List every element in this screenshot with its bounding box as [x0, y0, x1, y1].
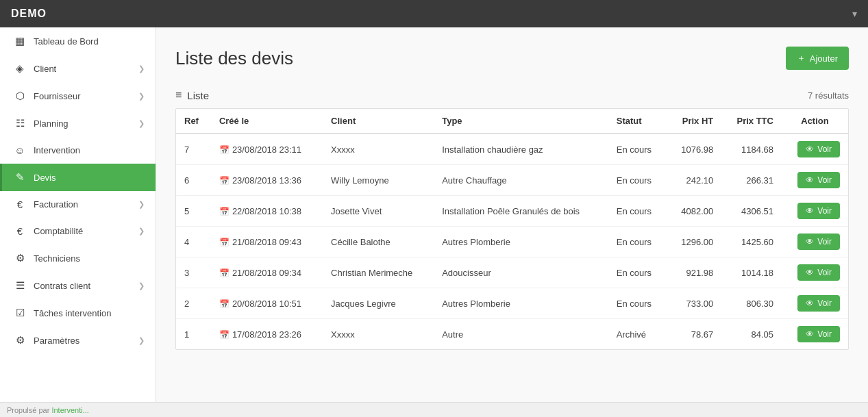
eye-icon: 👁	[806, 206, 814, 216]
table-row: 7📅23/08/2018 23:11XxxxxInstallation chau…	[176, 134, 848, 165]
sidebar-item-planning[interactable]: ☷Planning❯	[0, 110, 156, 137]
sidebar-item-tableau-de-bord[interactable]: ▦Tableau de Bord	[0, 27, 156, 55]
cell-client-0: Xxxxx	[323, 134, 434, 165]
cell-client-2: Josette Vivet	[323, 196, 434, 227]
cell-ref-3: 4	[176, 227, 211, 257]
cell-statut-4: En cours	[608, 257, 667, 288]
col-client: Client	[323, 109, 434, 134]
devis-table-container: Ref Créé le Client Type Statut Prix HT P…	[175, 108, 849, 350]
topbar: DEMO ▾	[0, 0, 868, 27]
cell-type-4: Adoucisseur	[434, 257, 608, 288]
cell-action-3: 👁 Voir	[782, 227, 848, 257]
voir-button-5[interactable]: 👁 Voir	[797, 295, 840, 312]
eye-icon: 👁	[806, 237, 814, 247]
planning-chevron-icon: ❯	[138, 119, 145, 128]
sidebar-label-parametres: Paramètres	[34, 336, 79, 346]
voir-button-3[interactable]: 👁 Voir	[797, 233, 840, 250]
cell-client-4: Christian Merimeche	[323, 257, 434, 288]
cell-statut-1: En cours	[608, 165, 667, 196]
cell-statut-3: En cours	[608, 227, 667, 257]
cell-client-3: Cécille Balothe	[323, 227, 434, 257]
eye-icon: 👁	[806, 299, 814, 308]
cell-ref-1: 6	[176, 165, 211, 196]
sidebar-item-comptabilite[interactable]: €Comptabilité❯	[0, 218, 156, 244]
cell-date-1: 📅23/08/2018 13:36	[211, 165, 323, 196]
devis-table: Ref Créé le Client Type Statut Prix HT P…	[176, 109, 848, 349]
table-body: 7📅23/08/2018 23:11XxxxxInstallation chau…	[176, 134, 848, 349]
table-header: Ref Créé le Client Type Statut Prix HT P…	[176, 109, 848, 134]
cell-date-6: 📅17/08/2018 23:26	[211, 319, 323, 350]
col-statut: Statut	[608, 109, 667, 134]
cell-prix-ttc-5: 806.30	[721, 288, 782, 319]
sidebar-item-intervention[interactable]: ☺Intervention	[0, 137, 156, 164]
page-header: Liste des devis ＋ Ajouter	[175, 47, 849, 70]
cell-date-3: 📅21/08/2018 09:43	[211, 227, 323, 257]
cell-statut-6: Archivé	[608, 319, 667, 350]
footer-link[interactable]: Interventi...	[51, 406, 88, 414]
voir-button-2[interactable]: 👁 Voir	[797, 203, 840, 219]
sidebar-item-contrats-client[interactable]: ☰Contrats client❯	[0, 272, 156, 299]
sidebar-label-planning: Planning	[34, 118, 69, 129]
cell-type-6: Autre	[434, 319, 608, 350]
tableau-de-bord-icon: ▦	[13, 35, 27, 47]
section-title: ≡ Liste	[175, 89, 209, 101]
sidebar-item-client[interactable]: ◈Client❯	[0, 55, 156, 82]
table-row: 6📅23/08/2018 13:36Willy LemoyneAutre Cha…	[176, 165, 848, 196]
eye-icon: 👁	[806, 268, 814, 277]
voir-button-1[interactable]: 👁 Voir	[797, 172, 840, 188]
table-row: 2📅20/08/2018 10:51Jacques LegivreAutres …	[176, 288, 848, 319]
sidebar-item-taches-intervention[interactable]: ☑Tâches intervention	[0, 299, 156, 327]
sidebar-label-facturation: Facturation	[34, 199, 78, 210]
client-chevron-icon: ❯	[138, 64, 145, 73]
cell-client-5: Jacques Legivre	[323, 288, 434, 319]
cell-statut-2: En cours	[608, 196, 667, 227]
cell-statut-0: En cours	[608, 134, 667, 165]
sidebar-item-devis[interactable]: ✎Devis	[0, 164, 156, 191]
facturation-chevron-icon: ❯	[138, 200, 145, 209]
cell-ref-6: 1	[176, 319, 211, 350]
sidebar-item-parametres[interactable]: ⚙Paramètres❯	[0, 327, 156, 354]
cell-statut-5: En cours	[608, 288, 667, 319]
cell-action-6: 👁 Voir	[782, 319, 848, 350]
list-icon: ≡	[175, 89, 182, 101]
sidebar-item-facturation[interactable]: €Facturation❯	[0, 191, 156, 218]
sidebar-label-intervention: Intervention	[34, 145, 80, 155]
col-action: Action	[782, 109, 848, 134]
taches-intervention-icon: ☑	[13, 307, 27, 319]
calendar-icon: 📅	[219, 207, 230, 216]
cell-prix-ttc-1: 266.31	[721, 165, 782, 196]
footer-bar: Propulsé par Interventi...	[0, 402, 868, 417]
add-button[interactable]: ＋ Ajouter	[786, 47, 849, 70]
cell-action-4: 👁 Voir	[782, 257, 848, 288]
voir-button-0[interactable]: 👁 Voir	[797, 141, 840, 157]
calendar-icon: 📅	[219, 145, 230, 155]
cell-prix-ht-5: 733.00	[667, 288, 721, 319]
cell-prix-ht-0: 1076.98	[667, 134, 721, 165]
cell-action-0: 👁 Voir	[782, 134, 848, 165]
cell-type-3: Autres Plomberie	[434, 227, 608, 257]
plus-icon: ＋	[797, 52, 806, 64]
sidebar-label-fournisseur: Fournisseur	[34, 91, 81, 101]
cell-prix-ttc-2: 4306.51	[721, 196, 782, 227]
col-ref: Ref	[176, 109, 211, 134]
topbar-chevron-icon: ▾	[852, 8, 857, 19]
sidebar-label-client: Client	[34, 64, 56, 74]
voir-button-4[interactable]: 👁 Voir	[797, 264, 840, 281]
cell-type-2: Installation Poêle Granulés de bois	[434, 196, 608, 227]
cell-client-6: Xxxxx	[323, 319, 434, 350]
planning-icon: ☷	[13, 117, 27, 129]
sidebar-label-techniciens: Techniciens	[34, 253, 80, 264]
cell-type-0: Installation chaudière gaz	[434, 134, 608, 165]
table-row: 1📅17/08/2018 23:26XxxxxAutreArchivé78.67…	[176, 319, 848, 350]
table-row: 4📅21/08/2018 09:43Cécille BalotheAutres …	[176, 227, 848, 257]
cell-action-5: 👁 Voir	[782, 288, 848, 319]
sidebar-label-contrats-client: Contrats client	[34, 281, 90, 291]
cell-prix-ht-2: 4082.00	[667, 196, 721, 227]
voir-button-6[interactable]: 👁 Voir	[797, 326, 840, 342]
sidebar-item-techniciens[interactable]: ⚙Techniciens	[0, 244, 156, 272]
section-title-text: Liste	[187, 90, 209, 101]
page-title: Liste des devis	[175, 48, 293, 69]
sidebar-item-fournisseur[interactable]: ⬡Fournisseur❯	[0, 82, 156, 110]
cell-date-5: 📅20/08/2018 10:51	[211, 288, 323, 319]
eye-icon: 👁	[806, 329, 814, 339]
